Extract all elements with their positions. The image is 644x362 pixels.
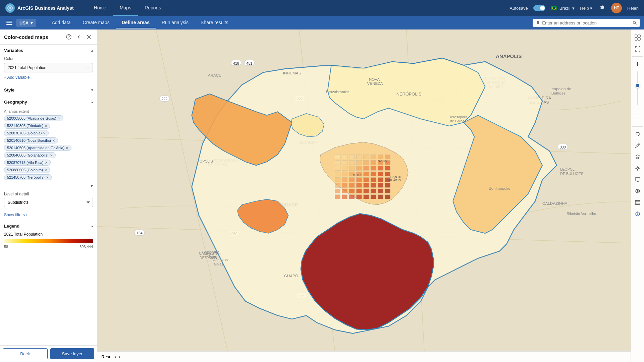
svg-rect-72 xyxy=(356,160,362,165)
nav-right: Autosave 🇧🇷 Brazil ▾ Help ▾ HT Helen xyxy=(510,3,639,13)
grid-view-button[interactable] xyxy=(632,32,643,43)
toolbar-share-results[interactable]: Share results xyxy=(195,17,234,28)
svg-rect-164 xyxy=(635,200,640,204)
search-input[interactable] xyxy=(542,20,630,25)
geography-tag: 522140305 (Trindade)✕ xyxy=(4,123,50,129)
svg-text:?: ? xyxy=(68,35,70,39)
svg-rect-113 xyxy=(364,189,369,193)
nav-reports[interactable]: Reports xyxy=(138,0,168,16)
expand-tags-button[interactable]: ▾ xyxy=(91,183,93,188)
zoom-slider[interactable] xyxy=(637,71,638,112)
color-label: Color xyxy=(4,56,93,61)
close-panel-button[interactable] xyxy=(85,33,93,41)
search-icon[interactable] xyxy=(633,20,637,25)
help-panel-button[interactable]: ? xyxy=(65,33,73,41)
screen-button[interactable] xyxy=(632,174,643,185)
autosave-toggle[interactable] xyxy=(533,5,545,11)
svg-text:154: 154 xyxy=(137,231,143,235)
draw-button[interactable] xyxy=(632,140,643,151)
variable-name: 2021 Total Population xyxy=(8,65,46,70)
help-chevron: ▾ xyxy=(590,6,592,11)
tag-label: 520870705 (Goiânia) xyxy=(7,131,42,135)
results-label: Results xyxy=(101,354,116,359)
info-button[interactable] xyxy=(632,208,643,219)
tag-remove-button[interactable]: ✕ xyxy=(45,161,48,165)
svg-text:Ribeirão Vermelho: Ribeirão Vermelho xyxy=(567,212,596,216)
svg-rect-104 xyxy=(356,183,362,188)
style-label: Style xyxy=(4,87,14,93)
settings-button[interactable] xyxy=(598,4,606,12)
svg-text:Abadia de: Abadia de xyxy=(213,258,229,262)
show-filters-button[interactable]: Show filters › xyxy=(0,210,97,220)
map-area[interactable]: ANÁPOLIS CONJUNTO HABITACIONAL VILA UNIÃ… xyxy=(97,29,644,362)
country-selector[interactable]: 🇧🇷 Brazil ▾ xyxy=(551,5,575,11)
back-button[interactable]: Back xyxy=(3,348,48,359)
map-svg[interactable]: ANÁPOLIS CONJUNTO HABITACIONAL VILA UNIÃ… xyxy=(97,29,644,351)
svg-rect-124 xyxy=(385,195,390,199)
toolbar-create-maps[interactable]: Create maps xyxy=(77,17,116,28)
main-layout: Color-coded maps ? xyxy=(0,29,644,362)
level-of-detail-select[interactable]: SubdistrictsDistrictsMunicipalities xyxy=(4,198,93,207)
add-variable-button[interactable]: + Add variable xyxy=(4,72,93,80)
svg-rect-93 xyxy=(335,178,340,182)
legend-range: 58 393,444 xyxy=(4,245,93,249)
expand-tags: ▾ xyxy=(4,182,93,189)
nav-maps[interactable]: Maps xyxy=(113,0,138,16)
filter-button[interactable] xyxy=(632,186,643,196)
svg-text:Brazabrantes: Brazabrantes xyxy=(326,89,350,94)
variable-options-button[interactable]: ··· xyxy=(85,65,89,70)
tag-remove-button[interactable]: ✕ xyxy=(52,139,55,142)
svg-text:ANÁPOLIS: ANÁPOLIS xyxy=(496,53,522,59)
save-layer-button[interactable]: Save layer xyxy=(50,348,95,359)
geography-tag: 520870715 (Vila Rica)✕ xyxy=(4,160,51,166)
legend-header[interactable]: Legend xyxy=(0,220,97,232)
svg-rect-66 xyxy=(371,155,376,159)
layers-button[interactable] xyxy=(632,152,643,162)
tag-remove-button[interactable]: ✕ xyxy=(58,117,60,120)
locate-button[interactable] xyxy=(632,163,643,174)
geography-section: Geography Analysis extent 520005005 (Aba… xyxy=(0,96,97,220)
tag-remove-button[interactable]: ✕ xyxy=(44,168,47,172)
svg-rect-65 xyxy=(364,155,369,159)
tag-remove-button[interactable]: ✕ xyxy=(43,131,46,135)
svg-text:Bonfinópolis: Bonfinópolis xyxy=(489,186,510,190)
style-header[interactable]: Style xyxy=(0,84,97,96)
zoom-thumb[interactable] xyxy=(635,83,640,88)
svg-rect-99 xyxy=(378,178,383,182)
hamburger-button[interactable] xyxy=(4,17,15,28)
panel-footer: Back Save layer xyxy=(0,345,97,362)
zoom-in-button[interactable] xyxy=(632,59,643,69)
svg-rect-89 xyxy=(364,172,369,176)
tag-label: 520840005 (Goianápolis) xyxy=(7,153,49,157)
svg-rect-2 xyxy=(6,22,12,23)
expand-button[interactable] xyxy=(632,44,643,54)
geography-header[interactable]: Geography xyxy=(0,96,97,108)
tag-remove-button[interactable]: ✕ xyxy=(66,146,68,150)
undo-button[interactable] xyxy=(632,129,643,139)
tag-remove-button[interactable]: ✕ xyxy=(46,176,49,179)
tag-remove-button[interactable]: ✕ xyxy=(50,154,53,157)
table-button[interactable] xyxy=(632,197,643,208)
variable-chip: 2021 Total Population ··· xyxy=(4,63,93,72)
toolbar-run-analysis[interactable]: Run analysis xyxy=(156,17,195,28)
nav-links: Home Maps Reports xyxy=(87,0,168,16)
collapse-panel-button[interactable] xyxy=(75,33,83,41)
svg-rect-83 xyxy=(378,166,383,170)
help-button[interactable]: Help ▾ xyxy=(580,6,592,11)
region-label: USA xyxy=(19,20,29,25)
nav-home[interactable]: Home xyxy=(87,0,113,16)
user-avatar[interactable]: HT xyxy=(611,3,622,13)
variables-header[interactable]: Variables xyxy=(0,45,97,56)
geography-tag: 521450705 (Nerópolis)✕ xyxy=(4,174,52,180)
region-selector[interactable]: USA ▾ xyxy=(16,19,36,27)
panel-header-icons: ? xyxy=(65,33,93,41)
tag-remove-button[interactable]: ✕ xyxy=(45,124,47,128)
divider-2 xyxy=(632,126,643,127)
zoom-out-button[interactable] xyxy=(632,114,643,124)
svg-rect-67 xyxy=(378,155,383,159)
show-filters-chevron: › xyxy=(26,213,28,217)
toolbar-define-areas[interactable]: Define areas xyxy=(116,17,156,28)
results-chevron[interactable]: ▴ xyxy=(118,354,121,359)
svg-rect-86 xyxy=(342,172,347,176)
toolbar-add-data[interactable]: Add data xyxy=(46,17,76,28)
